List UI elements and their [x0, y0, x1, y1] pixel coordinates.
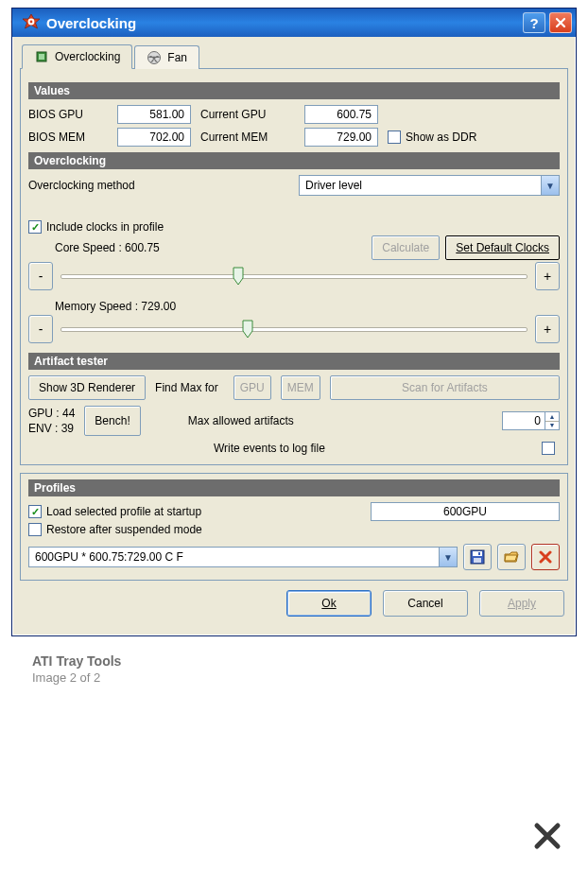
spin-down-icon[interactable]: ▼ — [545, 422, 559, 430]
memory-speed-plus-button[interactable]: + — [535, 315, 560, 343]
find-max-label: Find Max for — [155, 381, 218, 394]
include-clocks-checkbox[interactable]: Include clocks in profile — [28, 220, 560, 234]
tab-strip: Overclocking Fan — [22, 44, 568, 69]
profile-select[interactable]: 600GPU * 600.75:729.00 C F ▼ — [28, 547, 458, 567]
set-default-clocks-button[interactable]: Set Default Clocks — [445, 235, 560, 260]
load-profile-startup-label: Load selected profile at startup — [46, 505, 201, 518]
spin-up-icon[interactable]: ▲ — [545, 412, 559, 422]
bench-button[interactable]: Bench! — [84, 406, 140, 436]
cancel-button[interactable]: Cancel — [383, 590, 468, 617]
help-button[interactable]: ? — [523, 12, 545, 33]
memory-speed-label: Memory Speed : 729.00 — [55, 300, 176, 313]
restore-suspend-checkbox[interactable]: Restore after suspended mode — [28, 523, 560, 536]
max-artifacts-value: 0 — [503, 412, 545, 429]
oc-method-select[interactable]: Driver level ▼ — [299, 175, 560, 196]
calculate-button[interactable]: Calculate — [372, 235, 440, 260]
save-profile-button[interactable] — [463, 544, 492, 570]
checkbox-icon — [388, 130, 401, 144]
show-ddr-label: Show as DDR — [406, 130, 476, 144]
app-icon — [22, 13, 41, 32]
tab-overclocking[interactable]: Overclocking — [22, 44, 132, 69]
max-artifacts-label: Max allowed artifacts — [188, 414, 487, 427]
close-button[interactable] — [549, 12, 572, 33]
open-profile-button[interactable] — [497, 544, 526, 570]
current-mem-value: 729.00 — [304, 128, 378, 147]
chevron-down-icon: ▼ — [541, 176, 559, 195]
profiles-panel: Profiles Load selected profile at startu… — [20, 473, 568, 581]
checkbox-icon — [28, 505, 42, 518]
core-speed-minus-button[interactable]: - — [28, 262, 53, 290]
find-max-mem-button[interactable]: MEM — [281, 375, 320, 400]
checkbox-icon — [28, 220, 42, 234]
svg-rect-9 — [474, 558, 481, 563]
chip-icon — [34, 49, 49, 64]
dialog-window: Overclocking ? Overclocking — [11, 8, 577, 636]
oc-method-label: Overclocking method — [28, 179, 293, 192]
section-values-header: Values — [28, 82, 560, 99]
max-artifacts-spinner[interactable]: 0 ▲▼ — [502, 411, 560, 430]
caption-subtitle: Image 2 of 2 — [32, 670, 567, 685]
write-log-checkbox[interactable] — [542, 442, 555, 455]
load-profile-startup-checkbox[interactable]: Load selected profile at startup — [28, 505, 371, 518]
section-profiles-header: Profiles — [28, 479, 560, 496]
restore-suspend-label: Restore after suspended mode — [46, 523, 202, 536]
include-clocks-label: Include clocks in profile — [46, 220, 164, 234]
env-temp-label: ENV : 39 — [28, 421, 75, 436]
svg-rect-4 — [39, 54, 44, 60]
profile-name-field[interactable]: 600GPU — [371, 502, 560, 521]
section-artifact-header: Artifact tester — [28, 353, 560, 370]
profile-select-value: 600GPU * 600.75:729.00 C F — [29, 550, 439, 564]
current-mem-label: Current MEM — [200, 130, 289, 144]
image-caption: ATI Tray Tools Image 2 of 2 — [11, 636, 577, 685]
chevron-down-icon: ▼ — [439, 548, 457, 566]
tab-overclocking-label: Overclocking — [55, 50, 120, 63]
save-icon — [470, 549, 485, 565]
write-log-label: Write events to log file — [214, 442, 536, 455]
core-speed-slider[interactable] — [61, 267, 527, 286]
core-speed-plus-button[interactable]: + — [535, 262, 560, 290]
find-max-gpu-button[interactable]: GPU — [233, 375, 271, 400]
oc-method-value: Driver level — [300, 179, 541, 192]
current-gpu-label: Current GPU — [200, 108, 289, 121]
memory-speed-minus-button[interactable]: - — [28, 315, 53, 343]
window-title: Overclocking — [46, 15, 523, 31]
bios-gpu-value: 581.00 — [117, 105, 191, 124]
ok-button[interactable]: Ok — [286, 590, 372, 617]
dialog-buttons: Ok Cancel Apply — [20, 581, 568, 628]
show-3d-renderer-button[interactable]: Show 3D Renderer — [28, 375, 146, 400]
current-gpu-value: 600.75 — [304, 105, 378, 124]
gpu-temp-label: GPU : 44 — [28, 406, 75, 421]
bios-mem-value: 702.00 — [117, 128, 191, 147]
scan-artifacts-button[interactable]: Scan for Artifacts — [330, 375, 560, 400]
svg-rect-10 — [478, 552, 480, 555]
svg-point-2 — [30, 21, 33, 24]
section-oc-header: Overclocking — [28, 152, 560, 169]
delete-icon — [539, 550, 552, 564]
svg-point-6 — [153, 56, 156, 59]
slider-handle-icon[interactable] — [233, 267, 244, 286]
checkbox-icon — [28, 523, 42, 536]
folder-open-icon — [504, 549, 519, 565]
bios-mem-label: BIOS MEM — [28, 130, 102, 144]
fan-icon — [147, 50, 162, 65]
close-icon — [533, 822, 562, 850]
tab-fan[interactable]: Fan — [134, 45, 199, 69]
bios-gpu-label: BIOS GPU — [28, 108, 102, 121]
close-lightbox-button[interactable] — [533, 822, 562, 853]
titlebar: Overclocking ? — [12, 9, 576, 37]
show-ddr-checkbox[interactable]: Show as DDR — [388, 130, 560, 144]
slider-handle-icon[interactable] — [242, 320, 253, 339]
memory-speed-slider[interactable] — [61, 320, 527, 339]
delete-profile-button[interactable] — [531, 544, 560, 570]
tab-panel: Values BIOS GPU 581.00 Current GPU 600.7… — [20, 68, 568, 465]
caption-title: ATI Tray Tools — [32, 653, 567, 669]
apply-button[interactable]: Apply — [479, 590, 564, 617]
svg-rect-8 — [473, 551, 482, 556]
core-speed-label: Core Speed : 600.75 — [55, 241, 366, 254]
tab-fan-label: Fan — [167, 51, 187, 64]
